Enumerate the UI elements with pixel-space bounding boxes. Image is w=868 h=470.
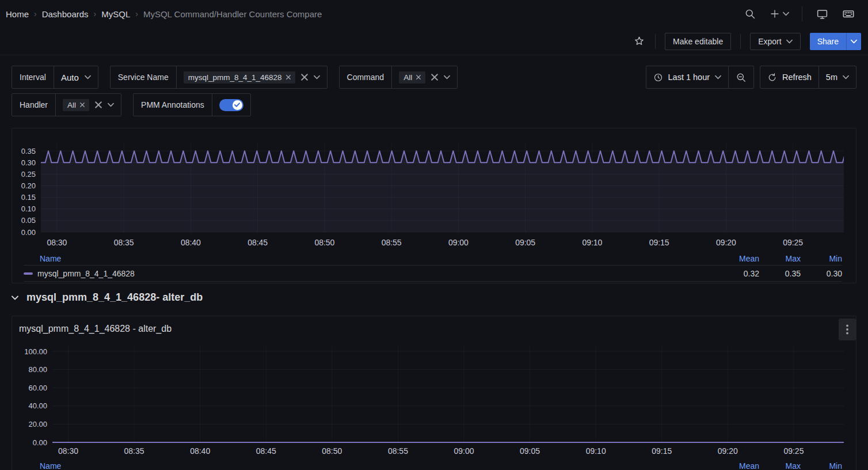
legend-col-min[interactable]: Min <box>801 254 842 263</box>
time-controls: Last 1 hour Refresh 5m <box>646 66 857 89</box>
x-tick-label: 09:10 <box>586 446 606 456</box>
refresh-button[interactable]: Refresh <box>760 66 818 88</box>
service-name-chip[interactable]: mysql_pmm_8_4_1_46828 <box>184 71 295 84</box>
chevron-down-icon <box>108 103 114 107</box>
dashboard-row-header[interactable]: mysql_pmm_8_4_1_46828- alter_db <box>12 291 203 304</box>
share-button[interactable]: Share <box>810 33 846 50</box>
clear-all-icon[interactable] <box>95 101 102 108</box>
x-tick-label: 08:30 <box>58 446 78 456</box>
interval-select[interactable]: Auto <box>54 66 98 88</box>
y-tick-label: 0.10 <box>21 204 36 213</box>
x-tick-label: 08:30 <box>47 238 67 247</box>
handler-chip[interactable]: All <box>63 99 89 111</box>
y-tick-label: 0.35 <box>21 147 36 156</box>
toolbar-divider <box>740 34 741 49</box>
x-tick-label: 09:05 <box>520 446 540 456</box>
breadcrumb-home[interactable]: Home <box>6 9 29 19</box>
series-max: 0.35 <box>759 269 801 278</box>
command-filter: Command All <box>339 66 458 89</box>
breadcrumb-mysql[interactable]: MySQL <box>101 9 130 19</box>
pmm-annotations-control: PMM Annotations <box>133 93 251 116</box>
command-chip-label: All <box>403 73 412 82</box>
breadcrumb: Home › Dashboards › MySQL › MySQL Comman… <box>6 9 743 19</box>
handler-select[interactable]: All <box>56 94 121 116</box>
make-editable-button[interactable]: Make editable <box>665 33 731 50</box>
close-icon[interactable] <box>286 75 291 79</box>
breadcrumb-separator: › <box>135 9 138 18</box>
series-name: mysql_pmm_8_4_1_46828 <box>37 269 135 278</box>
legend-col-max[interactable]: Max <box>759 254 801 263</box>
chevron-down-icon <box>851 39 857 44</box>
dashboard-toolbar: Make editable Export Share <box>0 28 868 55</box>
clear-all-icon[interactable] <box>431 74 438 81</box>
legend-header: Name Mean Max Min <box>24 459 842 470</box>
clear-all-icon[interactable] <box>301 74 308 81</box>
star-icon[interactable] <box>632 35 646 48</box>
section-title: mysql_pmm_8_4_1_46828- alter_db <box>26 291 203 304</box>
page-title: MySQL Command/Handler Counters Compare <box>143 9 322 19</box>
search-icon[interactable] <box>743 7 757 21</box>
refresh-interval-value: 5m <box>826 73 837 82</box>
legend-col-max[interactable]: Max <box>759 461 801 470</box>
legend-col-name[interactable]: Name <box>24 461 718 470</box>
series-toggle[interactable]: mysql_pmm_8_4_1_46828 <box>24 269 718 278</box>
refresh-interval-select[interactable]: 5m <box>819 66 856 88</box>
keyboard-icon[interactable] <box>842 7 855 21</box>
service-name-filter: Service Name mysql_pmm_8_4_1_46828 <box>110 66 328 89</box>
add-new-button[interactable] <box>770 9 789 19</box>
zoom-out-button[interactable] <box>729 66 753 88</box>
series-color-swatch[interactable] <box>24 272 33 275</box>
panel-menu-button[interactable] <box>839 319 856 340</box>
legend-row: mysql_pmm_8_4_1_46828 0.32 0.35 0.30 <box>24 266 842 282</box>
chart-legend: Name Mean Max Min <box>24 459 842 470</box>
refresh-label: Refresh <box>782 73 812 82</box>
x-tick-label: 09:20 <box>718 446 738 456</box>
command-filter-label: Command <box>340 66 393 88</box>
legend-col-min[interactable]: Min <box>801 461 842 470</box>
x-tick-label: 08:40 <box>190 446 210 456</box>
timeseries-panel-top: 0.000.050.100.150.200.250.300.3508:3008:… <box>12 128 856 283</box>
nav-divider <box>802 6 802 21</box>
y-tick-label: 0.30 <box>21 158 36 167</box>
y-tick-label: 0.15 <box>21 193 36 202</box>
handler-filter-label: Handler <box>12 94 56 116</box>
time-range-picker[interactable]: Last 1 hour <box>646 66 729 88</box>
top-nav: Home › Dashboards › MySQL › MySQL Comman… <box>0 0 868 28</box>
x-tick-label: 09:05 <box>515 238 535 247</box>
x-tick-label: 09:25 <box>783 446 804 456</box>
breadcrumb-dashboards[interactable]: Dashboards <box>42 9 89 19</box>
panel-title: mysql_pmm_8_4_1_46828 - alter_db <box>19 324 172 334</box>
pmm-annotations-toggle[interactable] <box>219 99 243 111</box>
line-chart[interactable]: 0.000.050.100.150.200.250.300.3508:3008:… <box>12 139 857 249</box>
close-icon[interactable] <box>80 103 85 107</box>
legend-col-name[interactable]: Name <box>24 254 718 263</box>
refresh-icon <box>767 73 777 82</box>
y-tick-label: 80.00 <box>28 365 47 374</box>
command-select[interactable]: All <box>392 66 457 88</box>
panel-header[interactable]: mysql_pmm_8_4_1_46828 - alter_db <box>12 316 856 342</box>
x-tick-label: 08:50 <box>314 238 334 247</box>
chevron-down-icon <box>12 295 18 300</box>
y-tick-label: 0.00 <box>33 438 47 447</box>
line-chart[interactable]: 0.0020.0040.0060.0080.00100.0008:3008:35… <box>12 344 857 457</box>
series-min: 0.30 <box>801 269 842 278</box>
legend-col-mean[interactable]: Mean <box>718 461 759 470</box>
monitor-icon[interactable] <box>815 7 829 21</box>
command-chip[interactable]: All <box>399 71 425 84</box>
share-dropdown-button[interactable] <box>846 33 861 50</box>
x-tick-label: 08:35 <box>114 238 134 247</box>
service-name-select[interactable]: mysql_pmm_8_4_1_46828 <box>177 66 327 88</box>
timeseries-panel-alter-db: mysql_pmm_8_4_1_46828 - alter_db 0.0020.… <box>12 316 856 470</box>
time-range-label: Last 1 hour <box>668 73 710 82</box>
breadcrumb-separator: › <box>34 9 37 18</box>
x-tick-label: 08:55 <box>388 446 408 456</box>
close-icon[interactable] <box>416 75 421 79</box>
series-mean: 0.32 <box>718 269 759 278</box>
legend-col-mean[interactable]: Mean <box>718 254 759 263</box>
x-tick-label: 08:45 <box>248 238 268 247</box>
export-button[interactable]: Export <box>750 33 800 50</box>
x-tick-label: 08:55 <box>382 238 402 247</box>
service-name-chip-label: mysql_pmm_8_4_1_46828 <box>188 73 282 82</box>
check-icon <box>234 103 240 107</box>
y-tick-label: 0.00 <box>21 228 36 237</box>
